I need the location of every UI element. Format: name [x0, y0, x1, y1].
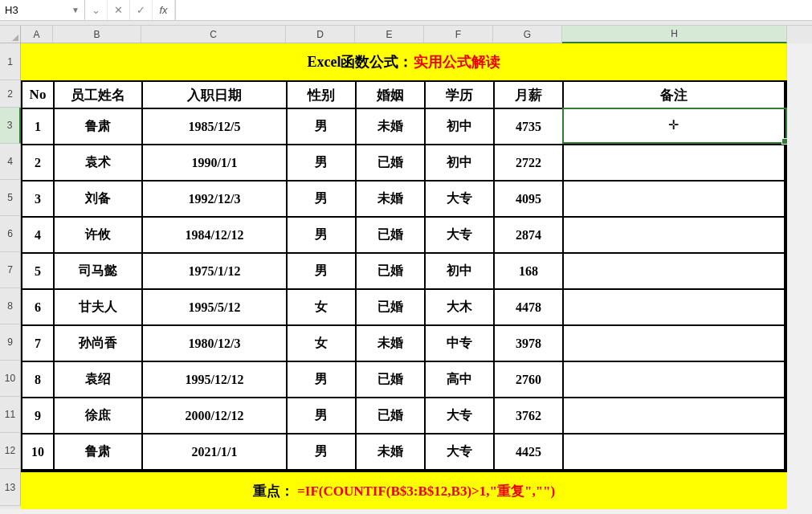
- cell-marital[interactable]: 已婚: [357, 362, 426, 398]
- cell-salary[interactable]: 2722: [495, 145, 564, 182]
- cell-sex[interactable]: 男: [288, 434, 357, 471]
- cell-edu[interactable]: 初中: [426, 109, 495, 145]
- th-remark[interactable]: 备注: [564, 82, 785, 109]
- col-header-B[interactable]: B: [53, 26, 141, 43]
- cell-remark[interactable]: [564, 326, 785, 362]
- col-header-D[interactable]: D: [286, 26, 355, 43]
- row-header-6[interactable]: 6: [0, 216, 21, 252]
- cell-name[interactable]: 徐庶: [55, 398, 143, 434]
- col-header-E[interactable]: E: [355, 26, 424, 43]
- row-header-4[interactable]: 4: [0, 144, 21, 180]
- cell-name[interactable]: 司马懿: [55, 254, 143, 290]
- cell-salary[interactable]: 3762: [495, 398, 564, 434]
- cell-sex[interactable]: 男: [288, 254, 357, 290]
- cell-name[interactable]: 甘夫人: [55, 290, 143, 326]
- cell-remark[interactable]: [564, 182, 785, 218]
- cancel-icon[interactable]: ✕: [108, 0, 130, 20]
- cell-salary[interactable]: 4425: [495, 434, 564, 471]
- cell-salary[interactable]: 3978: [495, 326, 564, 362]
- cell-no[interactable]: 1: [22, 109, 55, 145]
- cell-sex[interactable]: 男: [288, 218, 357, 254]
- cells-area[interactable]: Excel函数公式：实用公式解读 No 员工姓名 入职日期 性别 婚姻 学历 月…: [21, 43, 812, 509]
- th-hire[interactable]: 入职日期: [143, 82, 288, 109]
- col-header-H[interactable]: H: [562, 26, 787, 43]
- cell-sex[interactable]: 男: [288, 398, 357, 434]
- th-no[interactable]: No: [22, 82, 55, 109]
- cell-marital[interactable]: 未婚: [357, 182, 426, 218]
- cell-marital[interactable]: 未婚: [357, 326, 426, 362]
- th-salary[interactable]: 月薪: [495, 82, 564, 109]
- cell-hire[interactable]: 1984/12/12: [143, 218, 288, 254]
- select-all-corner[interactable]: [0, 26, 21, 43]
- row-header-7[interactable]: 7: [0, 252, 21, 288]
- cell-hire[interactable]: 2021/1/1: [143, 434, 288, 471]
- cell-salary[interactable]: 2760: [495, 362, 564, 398]
- th-sex[interactable]: 性别: [288, 82, 357, 109]
- col-header-C[interactable]: C: [141, 26, 286, 43]
- cell-salary[interactable]: 4095: [495, 182, 564, 218]
- cell-hire[interactable]: 1995/5/12: [143, 290, 288, 326]
- expand-icon[interactable]: ⌄: [85, 0, 108, 20]
- col-header-F[interactable]: F: [424, 26, 493, 43]
- confirm-icon[interactable]: ✓: [130, 0, 153, 20]
- cell-marital[interactable]: 已婚: [357, 398, 426, 434]
- cell-no[interactable]: 10: [22, 434, 55, 471]
- cell-no[interactable]: 2: [22, 145, 55, 182]
- cell-sex[interactable]: 男: [288, 145, 357, 182]
- row-header-13[interactable]: 13: [0, 469, 21, 506]
- row-header-1[interactable]: 1: [0, 43, 21, 80]
- th-marital[interactable]: 婚姻: [357, 82, 426, 109]
- row-header-5[interactable]: 5: [0, 180, 21, 216]
- cell-name[interactable]: 许攸: [55, 218, 143, 254]
- cell-name[interactable]: 袁绍: [55, 362, 143, 398]
- cell-edu[interactable]: 高中: [426, 362, 495, 398]
- row-header-12[interactable]: 12: [0, 433, 21, 469]
- cell-reference-input[interactable]: [5, 4, 61, 16]
- row-header-11[interactable]: 11: [0, 397, 21, 433]
- col-header-A[interactable]: A: [21, 26, 53, 43]
- cell-no[interactable]: 9: [22, 398, 55, 434]
- cell-sex[interactable]: 女: [288, 326, 357, 362]
- cell-salary[interactable]: 4478: [495, 290, 564, 326]
- cell-name[interactable]: 鲁肃: [55, 434, 143, 471]
- cell-marital[interactable]: 未婚: [357, 434, 426, 471]
- cell-sex[interactable]: 男: [288, 182, 357, 218]
- cell-hire[interactable]: 1975/1/12: [143, 254, 288, 290]
- row-header-9[interactable]: 9: [0, 324, 21, 361]
- cell-name[interactable]: 鲁肃: [55, 109, 143, 145]
- cell-name[interactable]: 刘备: [55, 182, 143, 218]
- cell-no[interactable]: 5: [22, 254, 55, 290]
- cell-salary[interactable]: 2874: [495, 218, 564, 254]
- cell-sex[interactable]: 女: [288, 290, 357, 326]
- cell-salary[interactable]: 168: [495, 254, 564, 290]
- cell-no[interactable]: 3: [22, 182, 55, 218]
- cell-marital[interactable]: 未婚: [357, 109, 426, 145]
- cell-salary[interactable]: 4735: [495, 109, 564, 145]
- formula-input[interactable]: [176, 0, 812, 20]
- name-box-dropdown-icon[interactable]: ▼: [71, 6, 80, 14]
- cell-no[interactable]: 7: [22, 326, 55, 362]
- th-edu[interactable]: 学历: [426, 82, 495, 109]
- cell-marital[interactable]: 已婚: [357, 145, 426, 182]
- th-name[interactable]: 员工姓名: [55, 82, 143, 109]
- cell-sex[interactable]: 男: [288, 362, 357, 398]
- name-box[interactable]: ▼: [0, 0, 85, 20]
- cell-remark[interactable]: [564, 109, 785, 145]
- cell-edu[interactable]: 中专: [426, 326, 495, 362]
- cell-hire[interactable]: 1985/12/5: [143, 109, 288, 145]
- cell-edu[interactable]: 初中: [426, 145, 495, 182]
- cell-no[interactable]: 8: [22, 362, 55, 398]
- cell-hire[interactable]: 1995/12/12: [143, 362, 288, 398]
- row-header-2[interactable]: 2: [0, 80, 21, 108]
- cell-remark[interactable]: [564, 398, 785, 434]
- cell-remark[interactable]: [564, 434, 785, 471]
- cell-remark[interactable]: [564, 254, 785, 290]
- cell-remark[interactable]: [564, 362, 785, 398]
- cell-edu[interactable]: 大专: [426, 218, 495, 254]
- cell-edu[interactable]: 大专: [426, 398, 495, 434]
- row-header-3[interactable]: 3: [0, 108, 21, 144]
- cell-sex[interactable]: 男: [288, 109, 357, 145]
- cell-hire[interactable]: 2000/12/12: [143, 398, 288, 434]
- cell-edu[interactable]: 大专: [426, 182, 495, 218]
- row-header-8[interactable]: 8: [0, 288, 21, 324]
